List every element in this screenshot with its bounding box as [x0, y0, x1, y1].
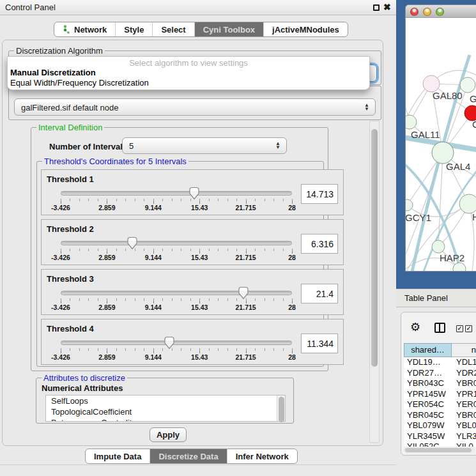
zoom-traffic-light-icon[interactable]	[436, 8, 444, 16]
apply-button[interactable]: Apply	[150, 427, 187, 442]
threshold-slider-thumb[interactable]	[164, 336, 175, 349]
numerical-attributes-list[interactable]: SelfLoops TopologicalCoefficient Between…	[45, 395, 286, 422]
threshold-slider-thumb[interactable]	[127, 236, 138, 250]
label-partial-c: C	[472, 119, 476, 130]
panel-title: Control Panel	[5, 3, 56, 12]
app-root: Control Panel ✖ Network Style Select Cyn…	[0, 0, 476, 476]
table-row[interactable]: YLR345W YLR3	[404, 431, 476, 442]
table-row[interactable]: YBR043C YBR0	[404, 378, 476, 389]
threshold-slider-track[interactable]	[61, 341, 292, 345]
table-horizontal-scrollbar[interactable]	[404, 447, 475, 453]
slider-axis-labels: -3.426 2.859 9.144 15.43 21.715 28	[61, 353, 292, 362]
node-gal11[interactable]	[406, 115, 417, 129]
table-row[interactable]: YBL079W YBL0	[404, 420, 476, 431]
threshold-value-field[interactable]: 21.4	[301, 284, 338, 303]
threshold-slider-thumb[interactable]	[188, 187, 200, 200]
threshold-slider-thumb[interactable]	[238, 286, 249, 300]
tab-infer-network[interactable]: Infer Network	[227, 449, 297, 463]
attributes-list-scrollbar[interactable]	[277, 395, 285, 421]
node-partial-h[interactable]	[459, 194, 476, 213]
label-gal80: GAL80	[433, 90, 463, 101]
attribute-list-item[interactable]: TopologicalCoefficient	[46, 406, 285, 417]
table-row[interactable]: YBR045C YBR0	[404, 410, 476, 421]
thresholds-group: Threshold's Coordinates for 5 Intervals …	[36, 161, 324, 367]
tab-select[interactable]: Select	[153, 22, 194, 36]
network-window-titlebar[interactable]	[406, 5, 476, 18]
algorithm-prompt-item[interactable]: Select algorithm to view settings	[8, 58, 369, 68]
threshold-label: Threshold 1	[47, 174, 94, 184]
network-canvas[interactable]: GAL80 G C GAL11 GAL4 GCY1 H HAP2	[406, 18, 476, 272]
top-tab-bar: Network Style Select Cyni Toolbox jActiv…	[54, 22, 348, 37]
interval-definition-label: Interval Definition	[36, 123, 104, 132]
checkbox-icon[interactable]: ✓	[456, 325, 463, 332]
table-rows: YDL19… YDL1 YDR27… YDR2 YBR043C YBR0 YPR…	[404, 357, 476, 447]
number-of-intervals-combobox[interactable]: 5 ▲▼	[122, 137, 287, 154]
threshold-row: Threshold 2 -3.426 2.859 9.144 15.43 21.…	[41, 219, 344, 265]
attribute-list-item[interactable]: BetweennessCentrality	[46, 417, 285, 422]
label-partial-g: G	[470, 93, 476, 104]
threshold-row: Threshold 4 -3.426 2.859 9.144 15.43 21.…	[41, 319, 344, 365]
table-panel: ⚙ ✓ ✓ shared… name YDL19… YDL1 YDR27… YD…	[401, 312, 476, 456]
table-data-combobox[interactable]: galFiltered.sif default node ▲▼	[14, 98, 376, 116]
tab-cyni-toolbox[interactable]: Cyni Toolbox	[195, 22, 264, 36]
bottom-divider	[0, 464, 396, 465]
gear-icon[interactable]: ⚙	[410, 320, 420, 334]
control-panel-titlebar: Control Panel ✖	[0, 0, 396, 15]
label-gal11: GAL11	[411, 129, 440, 140]
threshold-label: Threshold 3	[47, 274, 94, 284]
algorithm-item-equal-width[interactable]: Equal Width/Frequency Discretization	[10, 78, 367, 88]
tab-discretize-data[interactable]: Discretize Data	[150, 449, 227, 463]
scrollbar-thumb[interactable]	[371, 129, 378, 367]
slider-minor-ticks	[61, 249, 293, 251]
threshold-value-field[interactable]: 6.316	[301, 234, 338, 254]
table-data-group: Table Data galFiltered.sif default node …	[8, 86, 381, 120]
panel-vertical-scrollbar[interactable]	[369, 121, 380, 443]
label-gal4: GAL4	[446, 161, 470, 172]
thresholds-label: Threshold's Coordinates for 5 Intervals	[42, 157, 188, 166]
number-of-intervals-label: Number of Intervals	[49, 142, 127, 151]
tab-network[interactable]: Network	[54, 22, 116, 36]
table-panel-titlebar: Table Panel	[396, 289, 476, 307]
table-row[interactable]: YDR27… YDR2	[404, 368, 476, 379]
table-row[interactable]: YPR145W YPR1	[404, 389, 476, 400]
tab-impute-data[interactable]: Impute Data	[86, 449, 150, 463]
checkbox-icon[interactable]: ✓	[465, 325, 472, 332]
table-row[interactable]: YDL19… YDL1	[404, 357, 476, 368]
slider-axis-labels: -3.426 2.859 9.144 15.43 21.715 28	[61, 204, 292, 213]
table-row[interactable]: YER054C YER0	[404, 399, 476, 410]
cyni-toolbox-panel: Discretization Algorithm ▲▼ Select algor…	[2, 40, 383, 446]
label-hap2: HAP2	[440, 252, 464, 263]
threshold-rows: Threshold 1 -3.426 2.859 9.144 15.43 21.…	[32, 169, 330, 365]
threshold-value-field[interactable]: 11.344	[301, 334, 338, 353]
slider-minor-ticks	[61, 298, 293, 301]
close-traffic-light-icon[interactable]	[410, 8, 418, 16]
threshold-row: Threshold 1 -3.426 2.859 9.144 15.43 21.…	[41, 169, 344, 215]
threshold-slider-track[interactable]	[61, 241, 292, 245]
attribute-list-item[interactable]: SelfLoops	[46, 395, 285, 406]
column-header-shared[interactable]: shared…	[404, 343, 452, 357]
scrollbar-thumb[interactable]	[405, 448, 472, 452]
columns-icon[interactable]	[434, 323, 445, 333]
settings-scroll-area: Interval Definition Number of Intervals …	[6, 121, 369, 444]
tab-style[interactable]: Style	[116, 22, 153, 36]
threshold-label: Threshold 4	[47, 324, 94, 334]
node-gal4[interactable]	[432, 142, 454, 164]
network-icon	[63, 25, 71, 34]
table-header-row: shared… name	[404, 343, 476, 357]
table-panel-title: Table Panel	[404, 293, 448, 303]
combo-arrows-icon: ▲▼	[364, 104, 369, 111]
column-header-name[interactable]: name	[452, 343, 476, 357]
threshold-slider-track[interactable]	[61, 291, 292, 295]
threshold-value-field[interactable]: 14.713	[301, 184, 338, 204]
interval-definition-group: Interval Definition Number of Intervals …	[31, 127, 328, 371]
close-icon[interactable]: ✖	[383, 2, 391, 12]
table-row[interactable]: YIL052C YIL0	[404, 441, 476, 447]
tab-jactivemnodules[interactable]: jActiveMNodules	[264, 22, 348, 36]
float-window-icon[interactable]	[373, 4, 380, 11]
minimize-traffic-light-icon[interactable]	[423, 8, 431, 16]
node-hap2[interactable]	[432, 240, 445, 253]
attributes-group: Attributes to discretize Numerical Attri…	[36, 378, 294, 424]
algorithm-item-manual[interactable]: Manual Discretization	[10, 68, 367, 77]
threshold-slider-track[interactable]	[61, 191, 292, 196]
bottom-tab-bar: Impute Data Discretize Data Infer Networ…	[85, 449, 298, 464]
